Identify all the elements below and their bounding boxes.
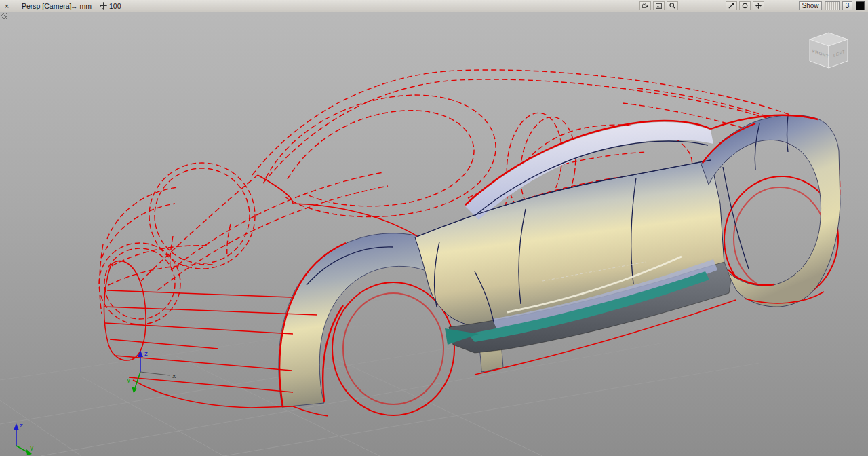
viewport-canvas[interactable]: z y x z y FRONT LEFT <box>0 0 868 456</box>
snapshot-button[interactable] <box>653 1 665 10</box>
units-label: mm <box>80 2 92 10</box>
viewport-toolbar: × Persp [Camera] ↔ mm 100 <box>0 0 868 12</box>
pan-tool-button[interactable] <box>753 1 764 10</box>
magnifier-icon <box>669 2 675 10</box>
camera-toggle-button[interactable] <box>639 1 651 10</box>
move-cross-icon <box>100 2 107 10</box>
active-color-swatch[interactable] <box>856 1 865 10</box>
world-axes: z y <box>14 422 34 455</box>
diagonal-arrow-icon <box>728 2 734 10</box>
resize-arrows-icon: ↔ <box>71 2 78 10</box>
application-window: z y x z y FRONT LEFT × Persp [Camera] <box>0 0 868 456</box>
origin-axes: z y x <box>127 350 176 393</box>
pan-cross-icon <box>755 2 762 10</box>
grid-size-value: 100 <box>109 2 121 10</box>
view-cube[interactable]: FRONT LEFT <box>810 33 848 68</box>
y-axis-label: y <box>127 377 131 383</box>
close-icon: × <box>5 2 9 10</box>
viewport-title[interactable]: Persp [Camera] <box>22 1 72 11</box>
grid-size-control[interactable]: 100 <box>100 1 121 11</box>
camera-icon <box>642 3 648 10</box>
corner-z-label: z <box>20 422 23 429</box>
units-control[interactable]: ↔ mm <box>71 1 92 11</box>
twist-tool-button[interactable] <box>726 1 737 10</box>
corner-y-label: y <box>30 444 34 451</box>
z-axis-label: z <box>144 350 148 357</box>
show-menu-button[interactable]: Show <box>799 1 822 10</box>
image-icon <box>656 3 662 10</box>
viewport-grip[interactable] <box>1 13 7 19</box>
x-axis-label: x <box>172 373 176 379</box>
panel-count-button[interactable]: 3 <box>842 1 852 10</box>
zoom-tool-button[interactable] <box>667 1 678 10</box>
orbit-tool-button[interactable] <box>739 1 751 10</box>
close-viewport-button[interactable]: × <box>2 1 12 11</box>
pattern-button[interactable] <box>825 1 840 10</box>
circle-icon <box>742 2 748 10</box>
